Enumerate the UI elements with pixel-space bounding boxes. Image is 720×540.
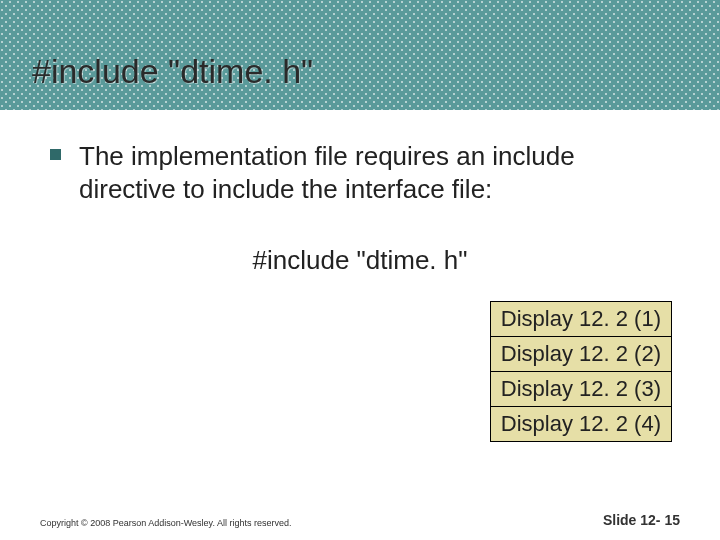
footer: Copyright © 2008 Pearson Addison-Wesley.…	[40, 512, 680, 528]
bullet-text: The implementation file requires an incl…	[79, 140, 670, 205]
display-link-3[interactable]: Display 12. 2 (3)	[490, 371, 672, 407]
slide-title: #include "dtime. h"	[32, 52, 720, 91]
copyright-text: Copyright © 2008 Pearson Addison-Wesley.…	[40, 518, 291, 528]
slide-number: Slide 12- 15	[603, 512, 680, 528]
title-bar: #include "dtime. h"	[0, 0, 720, 110]
square-bullet-icon	[50, 149, 61, 160]
bullet-row: The implementation file requires an incl…	[50, 140, 670, 205]
display-links: Display 12. 2 (1) Display 12. 2 (2) Disp…	[490, 302, 672, 442]
display-link-1[interactable]: Display 12. 2 (1)	[490, 301, 672, 337]
slide: #include "dtime. h" The implementation f…	[0, 0, 720, 540]
display-link-4[interactable]: Display 12. 2 (4)	[490, 406, 672, 442]
include-directive-text: #include "dtime. h"	[50, 245, 670, 276]
display-link-2[interactable]: Display 12. 2 (2)	[490, 336, 672, 372]
slide-body: The implementation file requires an incl…	[0, 110, 720, 276]
